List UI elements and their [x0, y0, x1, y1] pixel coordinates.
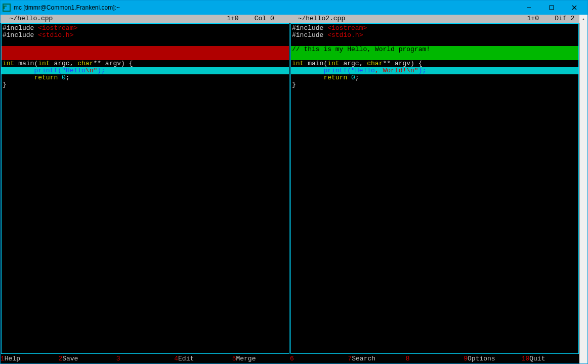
fkey-label: Save — [62, 354, 78, 363]
fkey-number: 4 — [174, 354, 178, 363]
left-content[interactable]: #include <iostream>#include <stdio.h> in… — [2, 24, 289, 88]
code-line[interactable] — [2, 53, 289, 60]
fkey-label: Edit — [178, 354, 194, 363]
fkey-number: 9 — [464, 354, 468, 363]
scroll-up-button[interactable]: ▴ — [579, 15, 587, 23]
code-line[interactable]: #include <iostream> — [291, 25, 578, 32]
code-line[interactable]: return 0; — [291, 74, 578, 81]
function-key-bar: 1Help2Save34Edit5Merge67Search89Options1… — [1, 354, 579, 363]
app-window: mc [timmr@Common1.Frankeni.com]:~ ~/hell… — [0, 0, 588, 364]
fkey-label: Help — [5, 354, 20, 363]
code-line[interactable] — [291, 39, 578, 46]
fkey-4[interactable]: 4Edit — [174, 354, 232, 363]
right-dif: Dif 2 — [555, 15, 574, 23]
fkey-9[interactable]: 9Options — [464, 354, 521, 363]
fkey-10[interactable]: 10Quit — [522, 354, 579, 363]
code-line[interactable]: } — [2, 81, 289, 88]
fkey-number: 8 — [406, 354, 410, 363]
status-bar: ~/hello.cpp 1+0 Col 0 ~/hello2.cpp 1+0 D… — [1, 15, 579, 23]
right-filename: ~/hello2.cpp — [290, 15, 345, 23]
fkey-label: Options — [468, 354, 495, 363]
fkey-number: 7 — [348, 354, 352, 363]
fkey-2[interactable]: 2Save — [58, 354, 116, 363]
fkey-5[interactable]: 5Merge — [232, 354, 290, 363]
code-line[interactable]: int main(int argc, char** argv) { — [291, 60, 578, 67]
status-right: ~/hello2.cpp 1+0 Dif 2 — [290, 15, 578, 23]
fkey-6[interactable]: 6 — [290, 354, 348, 363]
code-line[interactable]: int main(int argc, char** argv) { — [2, 60, 289, 67]
code-line[interactable] — [2, 39, 289, 46]
fkey-label: Merge — [236, 354, 256, 363]
fkey-8[interactable]: 8 — [406, 354, 464, 363]
svg-rect-2 — [550, 6, 554, 10]
left-pos: 1+0 — [227, 15, 238, 23]
fkey-3[interactable]: 3 — [116, 354, 174, 363]
right-pos: 1+0 — [527, 15, 539, 23]
code-line[interactable]: // this is my Hello, World program! — [291, 46, 578, 53]
fkey-number: 6 — [290, 354, 294, 363]
code-line[interactable]: #include <stdio.h> — [291, 32, 578, 39]
left-pane[interactable]: #include <iostream>#include <stdio.h> in… — [1, 23, 289, 354]
code-line[interactable]: #include <iostream> — [2, 25, 289, 32]
fkey-1[interactable]: 1Help — [1, 354, 58, 363]
code-line[interactable] — [291, 53, 578, 60]
left-filename: ~/hello.cpp — [2, 15, 53, 23]
fkey-label: Search — [352, 354, 375, 363]
fkey-number: 1 — [1, 354, 5, 363]
fkey-number: 10 — [522, 354, 530, 363]
fkey-number: 5 — [232, 354, 236, 363]
code-line[interactable]: #include <stdio.h> — [2, 32, 289, 39]
close-button[interactable] — [563, 1, 585, 15]
code-line[interactable]: return 0; — [2, 74, 289, 81]
code-line[interactable]: printf("Hello\n"); — [2, 67, 289, 74]
fkey-label: Quit — [529, 354, 545, 363]
right-pane[interactable]: #include <iostream>#include <stdio.h>// … — [290, 23, 579, 354]
status-left: ~/hello.cpp 1+0 Col 0 — [2, 15, 290, 23]
app-icon — [3, 4, 11, 12]
fkey-7[interactable]: 7Search — [348, 354, 405, 363]
fkey-number: 3 — [116, 354, 120, 363]
window-title: mc [timmr@Common1.Frankeni.com]:~ — [14, 4, 120, 11]
code-line[interactable] — [2, 46, 289, 53]
code-line[interactable]: } — [291, 81, 578, 88]
minimize-button[interactable] — [517, 1, 540, 15]
scroll-track[interactable] — [579, 23, 587, 363]
titlebar[interactable]: mc [timmr@Common1.Frankeni.com]:~ — [1, 1, 587, 15]
left-col: Col 0 — [255, 15, 274, 23]
diff-panes: #include <iostream>#include <stdio.h> in… — [1, 23, 579, 354]
vertical-scrollbar[interactable]: ▴ — [579, 15, 587, 363]
code-line[interactable]: printf("Hello, World!\n"); — [291, 67, 578, 74]
maximize-button[interactable] — [540, 1, 563, 15]
right-content[interactable]: #include <iostream>#include <stdio.h>// … — [291, 24, 578, 88]
fkey-number: 2 — [58, 354, 62, 363]
